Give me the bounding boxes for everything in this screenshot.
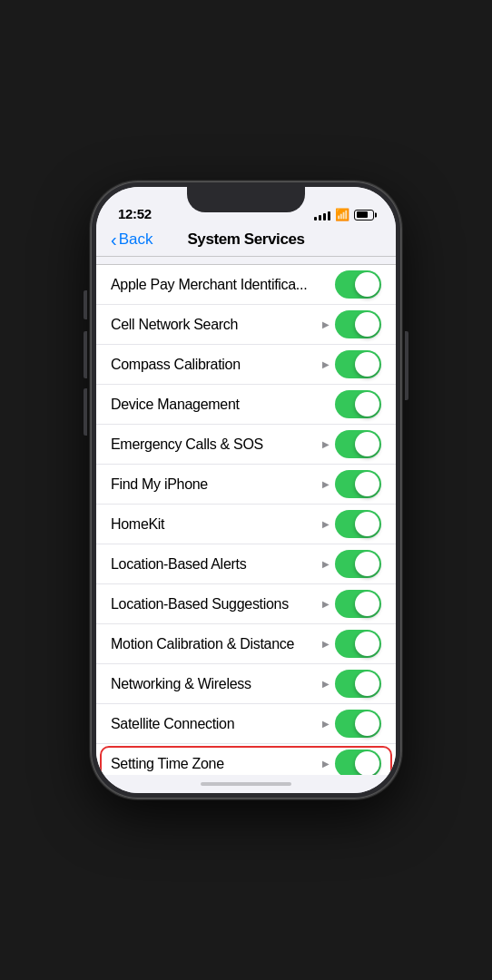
toggle-knob — [355, 632, 379, 656]
location-arrow-icon: ▶ — [322, 559, 330, 569]
settings-list: Apple Pay Merchant Identifica...Cell Net… — [96, 264, 396, 775]
row-right: ▶ — [322, 550, 381, 578]
row-label: Compass Calibration — [111, 357, 322, 373]
home-bar — [201, 782, 291, 786]
mute-button[interactable] — [84, 290, 87, 319]
toggle-switch[interactable] — [335, 670, 381, 698]
row-label: Find My iPhone — [111, 476, 322, 493]
status-icons: 📶 — [314, 208, 374, 221]
toggle-switch[interactable] — [335, 390, 381, 418]
row-label: HomeKit — [111, 516, 322, 533]
row-label: Motion Calibration & Distance — [111, 636, 322, 652]
row-right: ▶ — [322, 430, 381, 458]
location-arrow-icon: ▶ — [322, 439, 330, 449]
toggle-knob — [355, 592, 379, 616]
row-right: ▶ — [322, 630, 381, 658]
settings-row[interactable]: Setting Time Zone▶ — [96, 744, 396, 775]
settings-row[interactable]: Find My iPhone▶ — [96, 465, 396, 505]
phone-screen: 12:52 📶 ‹ Back System Services — [96, 187, 396, 793]
settings-row[interactable]: Cell Network Search▶ — [96, 305, 396, 345]
back-chevron-icon: ‹ — [111, 230, 117, 249]
toggle-switch[interactable] — [335, 590, 381, 618]
location-arrow-icon: ▶ — [322, 319, 330, 329]
settings-row[interactable]: Satellite Connection▶ — [96, 704, 396, 744]
back-button[interactable]: ‹ Back — [111, 230, 153, 249]
row-label: Setting Time Zone — [111, 756, 322, 772]
battery-icon — [354, 210, 374, 220]
row-right: ▶ — [322, 590, 381, 618]
signal-icon — [314, 210, 330, 220]
row-label: Satellite Connection — [111, 716, 322, 732]
row-label: Emergency Calls & SOS — [111, 436, 322, 453]
toggle-knob — [355, 671, 379, 696]
toggle-switch[interactable] — [335, 750, 381, 775]
row-label: Networking & Wireless — [111, 676, 322, 692]
settings-row[interactable]: Networking & Wireless▶ — [96, 664, 396, 704]
volume-up-button[interactable] — [84, 331, 87, 378]
row-right — [335, 270, 381, 299]
row-right: ▶ — [322, 350, 381, 378]
row-label: Location-Based Suggestions — [111, 596, 322, 612]
status-time: 12:52 — [118, 206, 152, 221]
row-label: Cell Network Search — [111, 317, 322, 333]
toggle-switch[interactable] — [335, 710, 381, 738]
toggle-knob — [355, 312, 379, 337]
toggle-knob — [355, 512, 379, 536]
toggle-switch[interactable] — [335, 270, 381, 299]
location-arrow-icon: ▶ — [322, 719, 330, 729]
toggle-knob — [355, 352, 379, 377]
wifi-icon: 📶 — [335, 208, 349, 221]
toggle-knob — [355, 711, 379, 736]
back-label: Back — [119, 230, 153, 249]
toggle-switch[interactable] — [335, 510, 381, 538]
toggle-switch[interactable] — [335, 550, 381, 578]
toggle-knob — [355, 392, 379, 416]
toggle-knob — [355, 472, 379, 496]
notch — [187, 187, 305, 212]
row-right: ▶ — [322, 670, 381, 698]
page-title: System Services — [187, 230, 304, 249]
toggle-switch[interactable] — [335, 470, 381, 498]
settings-row[interactable]: Emergency Calls & SOS▶ — [96, 425, 396, 465]
power-button[interactable] — [405, 331, 408, 400]
row-right: ▶ — [322, 310, 381, 338]
location-arrow-icon: ▶ — [322, 599, 330, 609]
settings-row[interactable]: Location-Based Suggestions▶ — [96, 584, 396, 624]
settings-content[interactable]: Apple Pay Merchant Identifica...Cell Net… — [96, 257, 396, 775]
settings-row[interactable]: Location-Based Alerts▶ — [96, 544, 396, 584]
toggle-switch[interactable] — [335, 430, 381, 458]
location-arrow-icon: ▶ — [322, 519, 330, 529]
row-right: ▶ — [322, 470, 381, 498]
toggle-knob — [355, 272, 379, 297]
location-arrow-icon: ▶ — [322, 479, 330, 489]
row-right: ▶ — [322, 510, 381, 538]
settings-row[interactable]: HomeKit▶ — [96, 505, 396, 544]
row-label: Device Management — [111, 397, 335, 413]
toggle-knob — [355, 552, 379, 576]
row-right: ▶ — [322, 750, 381, 775]
settings-row[interactable]: Compass Calibration▶ — [96, 345, 396, 385]
row-label: Apple Pay Merchant Identifica... — [111, 277, 335, 293]
row-right: ▶ — [322, 710, 381, 738]
toggle-knob — [355, 432, 379, 456]
toggle-switch[interactable] — [335, 310, 381, 338]
volume-down-button[interactable] — [84, 388, 87, 436]
toggle-switch[interactable] — [335, 630, 381, 658]
phone-frame: 12:52 📶 ‹ Back System Services — [91, 181, 401, 799]
location-arrow-icon: ▶ — [322, 639, 330, 649]
settings-row[interactable]: Apple Pay Merchant Identifica... — [96, 265, 396, 305]
settings-row[interactable]: Motion Calibration & Distance▶ — [96, 624, 396, 664]
home-indicator — [96, 775, 396, 793]
toggle-knob — [355, 751, 379, 775]
location-arrow-icon: ▶ — [322, 359, 330, 369]
location-arrow-icon: ▶ — [322, 679, 330, 689]
navigation-bar: ‹ Back System Services — [96, 227, 396, 257]
location-arrow-icon: ▶ — [322, 759, 330, 769]
row-right — [335, 390, 381, 418]
battery-fill — [357, 211, 369, 218]
settings-row[interactable]: Device Management — [96, 385, 396, 425]
row-label: Location-Based Alerts — [111, 556, 322, 573]
toggle-switch[interactable] — [335, 350, 381, 378]
